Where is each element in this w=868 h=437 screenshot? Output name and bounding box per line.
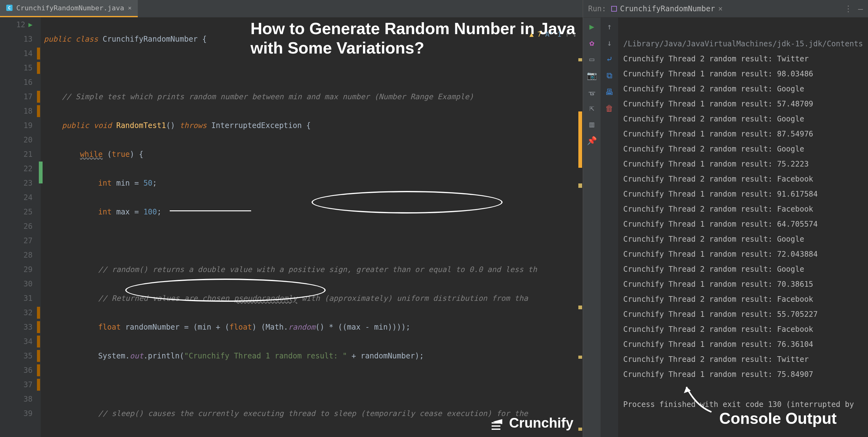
stripe-mark[interactable] (578, 355, 582, 359)
line-number: 18 (24, 104, 33, 118)
change-marker (37, 307, 40, 319)
speed-icon (494, 417, 506, 429)
console-line: Crunchify Thread 1 random result: 70.386… (623, 280, 813, 289)
inspections-bar[interactable]: ▲7 Aꜛ1 ↑ ↓ (529, 30, 577, 38)
run-gutter-icon[interactable]: ▶ (29, 18, 33, 32)
change-marker (37, 350, 40, 362)
change-marker (37, 379, 40, 391)
up-arrow-icon[interactable]: ↑ (607, 22, 612, 31)
more-icon[interactable]: ⋮ (844, 4, 852, 13)
line-number: 20 (24, 133, 33, 147)
rerun-icon[interactable]: ▶ (587, 22, 596, 31)
line-number: 22 (24, 161, 33, 176)
console-header-line: /Library/Java/JavaVirtualMachines/jdk-15… (623, 39, 863, 48)
console-line: Crunchify Thread 1 random result: 72.043… (623, 250, 817, 258)
console-line: Crunchify Thread 2 random result: Google (623, 115, 804, 123)
line-number: 29 (24, 262, 33, 277)
line-number: 17 (24, 90, 33, 104)
change-marker (37, 62, 40, 74)
warning-icon: ▲ (529, 30, 534, 38)
annotation-ellipse (312, 191, 503, 214)
console-toolbar: ↑ ↓ ⤶ ⧉ 🖶 🗑 (600, 18, 618, 437)
java-file-icon: C (6, 5, 12, 11)
console-line: Crunchify Thread 2 random result: Facebo… (623, 295, 813, 304)
pin-icon[interactable]: 📌 (587, 136, 596, 145)
console-output[interactable]: /Library/Java/JavaVirtualMachines/jdk-15… (618, 18, 868, 437)
gutter: 12▶ 13 14 15 16 17 18 19 20 21 22 23 24 … (0, 18, 41, 437)
line-number: 34 (24, 334, 33, 349)
annotation-arrow-icon (680, 381, 718, 418)
line-number: 28 (24, 248, 33, 262)
console-line: Crunchify Thread 2 random result: Twitte… (623, 55, 808, 63)
camera-icon[interactable]: 📷 (587, 71, 596, 80)
change-marker (37, 91, 40, 103)
scroll-icon[interactable]: ⧉ (607, 71, 613, 81)
crunchify-label: Crunchify (509, 415, 574, 431)
editor-tab[interactable]: C CrunchifyRandomNumber.java × (0, 0, 138, 17)
line-number: 14 (24, 46, 33, 61)
run-toolbar: ▶ ✿ ▭ 📷 ᚗ ⇱ ▥ 📌 (583, 18, 600, 437)
wrap-icon[interactable]: ⤶ (606, 55, 613, 64)
print-icon[interactable]: 🖶 (605, 87, 613, 97)
stripe-mark[interactable] (578, 306, 582, 309)
settings-icon[interactable]: ✿ (587, 38, 596, 48)
console-line: Crunchify Thread 1 random result: 55.705… (623, 310, 817, 319)
stripe-mark[interactable] (578, 428, 582, 431)
layout-icon[interactable]: ▥ (587, 120, 596, 129)
stripe-mark[interactable] (578, 183, 582, 188)
console-line: Crunchify Thread 1 random result: 57.487… (623, 99, 813, 108)
plug-icon[interactable]: ᚗ (587, 87, 596, 96)
warning-count: 7 (537, 30, 541, 38)
code-area[interactable]: public class CrunchifyRandomNumber { // … (41, 18, 583, 437)
console-line: Crunchify Thread 2 random result: Google (623, 235, 804, 244)
console-line: Crunchify Thread 2 random result: Facebo… (623, 175, 813, 183)
line-number: 35 (24, 349, 33, 363)
next-highlight-icon[interactable]: ↓ (573, 31, 577, 38)
line-number: 21 (24, 147, 33, 161)
line-number: 27 (24, 233, 33, 248)
line-number: 24 (24, 190, 33, 205)
annotation-ellipse (125, 279, 326, 302)
console-exit-line: Process finished with exit code 130 (int… (623, 400, 858, 409)
minimize-icon[interactable]: — (858, 4, 863, 13)
change-marker (37, 105, 40, 117)
error-stripe[interactable] (577, 18, 583, 437)
line-number: 37 (24, 377, 33, 392)
export-icon[interactable]: ⇱ (587, 103, 596, 113)
line-number: 16 (24, 75, 33, 90)
stripe-mark[interactable] (578, 112, 582, 168)
prev-highlight-icon[interactable]: ↑ (565, 31, 569, 38)
console-label: Console Output (719, 409, 837, 428)
line-number: 33 (24, 320, 33, 334)
line-number: 38 (24, 392, 33, 406)
line-number: 32 (24, 306, 33, 320)
run-config-name: CrunchifyRandomNumber (620, 4, 715, 13)
console-line: Crunchify Thread 1 random result: 75.849… (623, 370, 813, 379)
stripe-mark[interactable] (578, 58, 582, 61)
run-panel: Run: CrunchifyRandomNumber × ⋮ — ▶ ✿ ▭ 📷… (583, 0, 868, 437)
line-number: 30 (24, 277, 33, 291)
typo-icon: Aꜛ (545, 30, 554, 38)
console-line: Crunchify Thread 2 random result: Twitte… (623, 355, 808, 364)
change-marker (37, 321, 40, 333)
line-number: 13 (24, 32, 33, 46)
console-line: Crunchify Thread 1 random result: 87.549… (623, 130, 813, 138)
close-tab-icon[interactable]: × (128, 4, 131, 11)
console-line: Crunchify Thread 2 random result: Facebo… (623, 325, 813, 334)
stack-icon[interactable]: ▭ (587, 55, 596, 64)
editor-tab-bar: C CrunchifyRandomNumber.java × (0, 0, 583, 18)
down-arrow-icon[interactable]: ↓ (607, 38, 612, 48)
crunchify-logo: Crunchify (494, 415, 574, 431)
change-marker (37, 48, 40, 60)
overlay-title: How to Generate Random Number in Java wi… (250, 19, 579, 58)
tab-filename: CrunchifyRandomNumber.java (16, 4, 124, 12)
editor[interactable]: 12▶ 13 14 15 16 17 18 19 20 21 22 23 24 … (0, 18, 583, 437)
line-number: 36 (24, 363, 33, 377)
console-line: Crunchify Thread 1 random result: 64.705… (623, 220, 817, 228)
run-config-tab[interactable]: CrunchifyRandomNumber × (611, 4, 723, 13)
line-number: 39 (24, 406, 33, 421)
trash-icon[interactable]: 🗑 (605, 104, 613, 113)
typo-count: 1 (557, 30, 561, 38)
line-number: 15 (24, 61, 33, 75)
close-run-tab-icon[interactable]: × (718, 4, 722, 13)
